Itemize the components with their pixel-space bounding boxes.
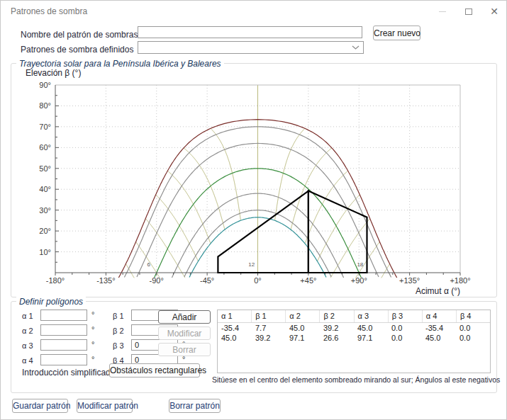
svg-text:70°: 70° bbox=[39, 123, 51, 131]
delete-pattern-button[interactable]: Borrar patrón bbox=[169, 399, 221, 413]
svg-text:-135°: -135° bbox=[96, 276, 115, 285]
svg-text:80°: 80° bbox=[39, 101, 51, 110]
solar-path-chart[interactable]: 10°20°30°40°50°60°70°80°90°-180°-135°-90… bbox=[11, 64, 498, 297]
alpha4-degree-sign: ° bbox=[91, 355, 94, 363]
table-cell: 39.2 bbox=[252, 333, 286, 343]
svg-text:90°: 90° bbox=[39, 81, 51, 89]
beta3-label: β 3 bbox=[113, 341, 124, 350]
svg-text:Elevación β (°): Elevación β (°) bbox=[26, 68, 81, 78]
table-cell: 39.2 bbox=[320, 323, 354, 333]
svg-text:50°: 50° bbox=[39, 164, 51, 173]
table-cell: -35.4 bbox=[422, 323, 456, 333]
svg-text:-180°: -180° bbox=[46, 276, 65, 285]
svg-text:40°: 40° bbox=[39, 185, 51, 193]
maximize-button[interactable] bbox=[460, 5, 477, 18]
defined-patterns-select[interactable] bbox=[138, 41, 364, 54]
alpha2-input[interactable] bbox=[40, 324, 87, 336]
add-polygon-button[interactable]: Añadir bbox=[158, 310, 211, 324]
svg-text:12: 12 bbox=[248, 261, 255, 268]
alpha4-input[interactable] bbox=[40, 354, 87, 365]
svg-text:+135°: +135° bbox=[399, 276, 420, 285]
orientation-note: Sitúese en el centro del elemento sombre… bbox=[212, 375, 494, 384]
delete-polygon-button[interactable]: Borrar bbox=[158, 343, 211, 356]
table-cell: 45.0 bbox=[286, 323, 320, 333]
table-cell: 7.7 bbox=[252, 323, 286, 333]
svg-text:10°: 10° bbox=[39, 248, 51, 256]
alpha3-input[interactable] bbox=[40, 339, 87, 351]
table-header-row: α 1β 1α 2β 2α 3β 3α 4β 4 bbox=[218, 310, 490, 323]
alpha1-input[interactable] bbox=[40, 310, 87, 321]
table-row[interactable]: 45.039.297.126.697.10.045.00.0 bbox=[218, 333, 490, 343]
svg-text:30°: 30° bbox=[39, 206, 51, 215]
pattern-name-label: Nombre del patrón de sombras bbox=[21, 30, 138, 40]
modify-pattern-button[interactable]: Modificar patrón bbox=[77, 399, 133, 413]
solar-trajectory-groupbox: 10°20°30°40°50°60°70°80°90°-180°-135°-90… bbox=[11, 63, 497, 297]
minimize-icon bbox=[439, 11, 446, 12]
define-polygons-caption: Definir polígonos bbox=[16, 297, 86, 307]
table-cell: 0.0 bbox=[388, 333, 422, 343]
svg-text:-90°: -90° bbox=[150, 276, 164, 285]
simplified-entry-label: Introducción simplificada bbox=[22, 368, 115, 378]
svg-text:-45°: -45° bbox=[200, 276, 214, 285]
table-cell: -35.4 bbox=[218, 323, 252, 333]
table-header-cell[interactable]: α 4 bbox=[423, 310, 457, 322]
table-header-cell[interactable]: β 2 bbox=[320, 310, 354, 322]
title-bar: Patrones de sombra ✕ bbox=[1, 1, 506, 22]
alpha3-degree-sign: ° bbox=[91, 340, 94, 348]
svg-text:0°: 0° bbox=[254, 276, 262, 285]
svg-text:6: 6 bbox=[147, 261, 150, 268]
table-header-cell[interactable]: β 4 bbox=[457, 310, 490, 322]
table-header-cell[interactable]: β 1 bbox=[252, 310, 286, 322]
svg-text:+45°: +45° bbox=[300, 276, 316, 285]
chevron-down-icon bbox=[352, 45, 360, 50]
table-row[interactable]: -35.47.745.039.245.00.0-35.40.0 bbox=[218, 323, 490, 333]
solar-trajectory-caption: Trayectoria solar para la Península Ibér… bbox=[16, 59, 224, 69]
minimize-button[interactable] bbox=[434, 5, 451, 18]
table-cell: 0.0 bbox=[456, 333, 490, 343]
close-button[interactable]: ✕ bbox=[486, 5, 503, 18]
alpha3-label: α 3 bbox=[22, 341, 33, 350]
window-title: Patrones de sombra bbox=[11, 6, 87, 16]
table-cell: 26.6 bbox=[320, 333, 354, 343]
svg-text:20°: 20° bbox=[39, 227, 51, 235]
polygon-table[interactable]: α 1β 1α 2β 2α 3β 3α 4β 4-35.47.745.039.2… bbox=[217, 310, 491, 373]
save-pattern-button[interactable]: Guardar patrón bbox=[12, 399, 68, 413]
table-cell: 0.0 bbox=[456, 323, 490, 333]
defined-patterns-label: Patrones de sombra definidos bbox=[21, 45, 133, 55]
svg-text:Acimut α (°): Acimut α (°) bbox=[416, 286, 460, 296]
alpha4-label: α 4 bbox=[22, 356, 33, 365]
modify-polygon-button[interactable]: Modificar bbox=[158, 327, 211, 340]
alpha1-degree-sign: ° bbox=[91, 310, 94, 319]
alpha1-label: α 1 bbox=[22, 312, 33, 320]
svg-text:18: 18 bbox=[357, 261, 363, 268]
table-cell: 45.0 bbox=[218, 333, 252, 343]
beta2-label: β 2 bbox=[113, 327, 124, 335]
table-cell: 45.0 bbox=[422, 333, 456, 343]
alpha2-label: α 2 bbox=[22, 327, 33, 335]
table-cell: 97.1 bbox=[286, 333, 320, 343]
alpha2-degree-sign: ° bbox=[91, 325, 94, 334]
table-header-cell[interactable]: α 3 bbox=[355, 310, 389, 322]
table-header-cell[interactable]: α 1 bbox=[218, 310, 252, 322]
table-cell: 45.0 bbox=[354, 323, 388, 333]
table-cell: 0.0 bbox=[388, 323, 422, 333]
svg-text:60°: 60° bbox=[39, 143, 51, 152]
table-header-cell[interactable]: β 3 bbox=[389, 310, 423, 322]
close-icon: ✕ bbox=[490, 6, 498, 16]
create-new-button[interactable]: Crear nuevo bbox=[373, 25, 420, 40]
svg-text:+90°: +90° bbox=[351, 276, 367, 285]
beta1-label: β 1 bbox=[113, 312, 124, 320]
shadow-patterns-dialog: Patrones de sombra ✕ Nombre del patrón d… bbox=[0, 0, 507, 420]
rectangular-obstacles-button[interactable]: Obstáculos rectangulares bbox=[109, 363, 200, 378]
maximize-icon bbox=[465, 8, 472, 15]
pattern-name-input[interactable] bbox=[138, 26, 362, 38]
table-header-cell[interactable]: α 2 bbox=[286, 310, 320, 322]
svg-text:+180°: +180° bbox=[450, 276, 470, 285]
table-cell: 97.1 bbox=[354, 333, 388, 343]
